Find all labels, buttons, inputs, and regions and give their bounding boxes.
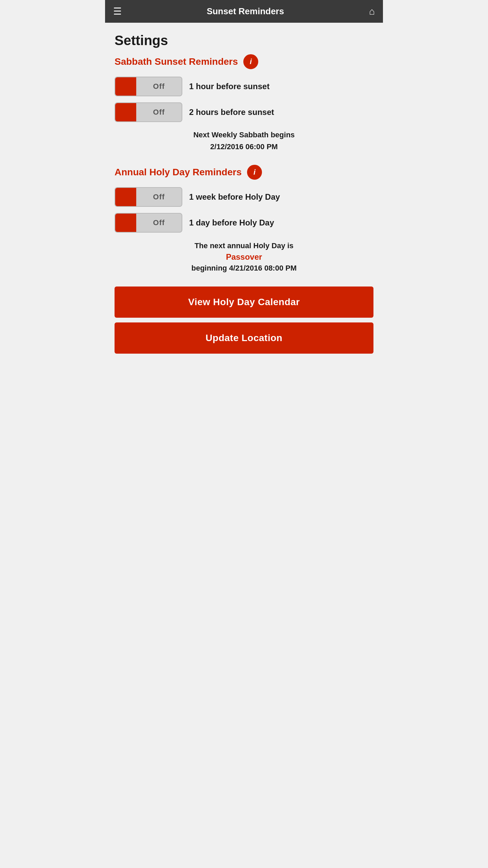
holy-day-section-title: Annual Holy Day Reminders [115, 167, 242, 178]
holy-day-toggle-row-2: Off 1 day before Holy Day [115, 213, 373, 233]
holy-day-toggle-2[interactable]: Off [115, 213, 182, 233]
sabbath-next-info: Next Weekly Sabbath begins 2/12/2016 06:… [115, 129, 373, 153]
app-header: ☰ Sunset Reminders ⌂ [105, 0, 383, 23]
sabbath-toggle-1-label: Off [136, 82, 182, 91]
holy-day-toggle-row-1: Off 1 week before Holy Day [115, 187, 373, 207]
holy-day-passover-name: Passover [115, 252, 373, 262]
holy-day-toggle-1[interactable]: Off [115, 187, 182, 207]
sabbath-info-icon[interactable]: i [243, 54, 258, 69]
holy-day-toggle-2-description: 1 day before Holy Day [189, 218, 274, 228]
view-holy-day-calendar-button[interactable]: View Holy Day Calendar [115, 287, 373, 318]
holy-day-toggle-1-label: Off [136, 193, 182, 201]
holy-day-next-line3: beginning 4/21/2016 08:00 PM [115, 262, 373, 274]
sabbath-toggle-2[interactable]: Off [115, 102, 182, 122]
sabbath-section-header: Sabbath Sunset Reminders i [115, 54, 373, 69]
app-title: Sunset Reminders [122, 6, 369, 17]
sabbath-section-title: Sabbath Sunset Reminders [115, 56, 238, 67]
holy-day-toggle-2-label: Off [136, 218, 182, 227]
holy-day-next-line1: The next annual Holy Day is [115, 239, 373, 252]
main-content: Settings Sabbath Sunset Reminders i Off … [105, 23, 383, 369]
buttons-section: View Holy Day Calendar Update Location [115, 287, 373, 354]
sabbath-toggle-1-description: 1 hour before sunset [189, 82, 269, 91]
toggle-red-1 [115, 77, 136, 96]
sabbath-toggle-row-1: Off 1 hour before sunset [115, 77, 373, 96]
sabbath-next-line2: 2/12/2016 06:00 PM [115, 141, 373, 153]
sabbath-toggle-2-label: Off [136, 108, 182, 117]
sabbath-toggle-row-2: Off 2 hours before sunset [115, 102, 373, 122]
toggle-red-3 [115, 188, 136, 206]
toggle-red-2 [115, 103, 136, 121]
holy-day-section: Annual Holy Day Reminders i Off 1 week b… [115, 165, 373, 274]
page-title: Settings [115, 33, 373, 48]
holy-day-toggle-1-description: 1 week before Holy Day [189, 192, 280, 202]
sabbath-toggle-1[interactable]: Off [115, 77, 182, 96]
sabbath-toggle-2-description: 2 hours before sunset [189, 107, 274, 117]
toggle-red-4 [115, 214, 136, 232]
update-location-button[interactable]: Update Location [115, 322, 373, 354]
home-icon[interactable]: ⌂ [369, 7, 375, 16]
menu-icon[interactable]: ☰ [113, 7, 122, 16]
holy-day-next-info: The next annual Holy Day is Passover beg… [115, 239, 373, 274]
holy-day-info-icon[interactable]: i [247, 165, 262, 180]
holy-day-section-header: Annual Holy Day Reminders i [115, 165, 373, 180]
sabbath-next-line1: Next Weekly Sabbath begins [115, 129, 373, 141]
